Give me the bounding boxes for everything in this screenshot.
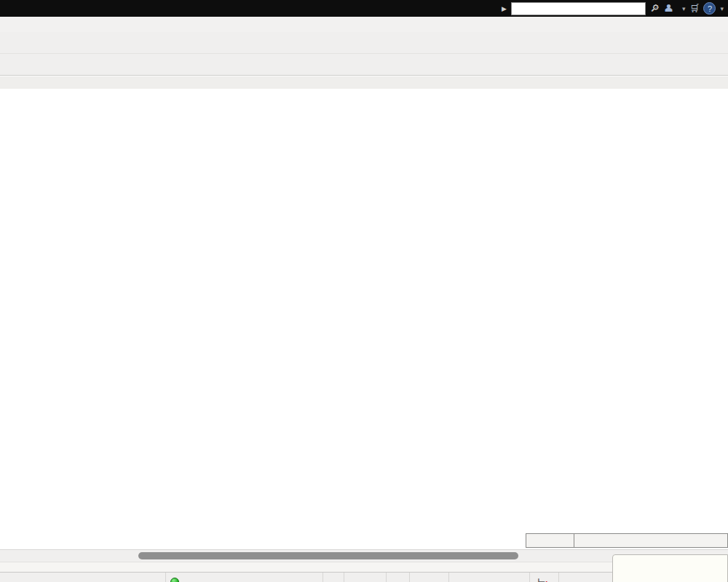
user-menu-chevron-icon[interactable]: ▾ [682, 5, 686, 12]
status-fe-nodes [344, 573, 387, 582]
search-binoculars-icon[interactable]: 🔎︎ [650, 4, 660, 13]
status-empty-cell [0, 573, 166, 582]
shop-cart-icon[interactable]: 🛒︎ [689, 4, 699, 13]
status-fe-elements [410, 573, 449, 582]
application-window: { "title_bar": { "title": "al 2023 - Pro… [0, 0, 728, 582]
cursor-position-icon: ⊢∙ [538, 577, 548, 582]
help-icon[interactable]: ? [703, 2, 716, 15]
status-results-cell [166, 573, 323, 582]
user-icon: 👤︎ [664, 4, 673, 13]
panel-strip [0, 76, 728, 89]
view-orientation-tab[interactable] [526, 533, 574, 548]
structure-3d-viewport[interactable] [0, 89, 728, 549]
status-empty-cell2 [323, 573, 344, 582]
toolbar-load-cases [0, 54, 728, 76]
status-field2 [387, 573, 410, 582]
results-available-icon [170, 578, 179, 582]
toolbar-overflow-icon[interactable]: ▶ [502, 5, 507, 12]
status-coord-icon-cell: ⊢∙ [530, 573, 559, 582]
menu-bar [0, 17, 728, 33]
structure-3d-scene [0, 89, 728, 549]
tooltip [612, 554, 728, 582]
search-input[interactable] [511, 2, 646, 15]
status-material [449, 573, 530, 582]
title-bar: ▶ 🔎︎ 👤︎ ▾ 🛒︎ ? ▾ [0, 0, 728, 17]
toolbar-main [0, 32, 728, 54]
view-coordinate-cell [574, 533, 728, 548]
help-menu-chevron-icon[interactable]: ▾ [720, 5, 724, 12]
scrollbar-thumb[interactable] [138, 552, 518, 559]
